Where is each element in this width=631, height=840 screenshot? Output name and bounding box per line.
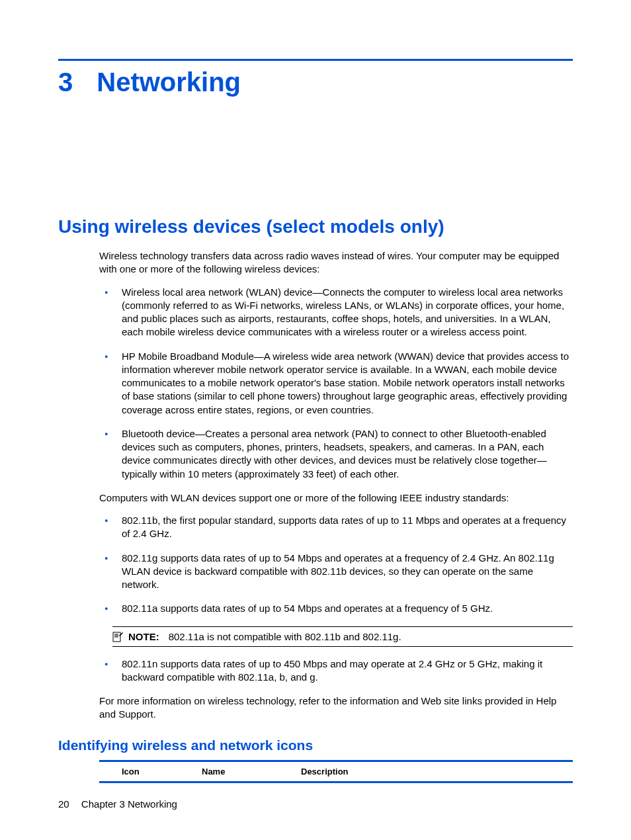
table-header-row: Icon Name Description bbox=[99, 762, 573, 783]
top-rule bbox=[58, 59, 573, 61]
footer-text: Chapter 3 Networking bbox=[81, 798, 177, 810]
chapter-title: Networking bbox=[97, 67, 241, 97]
page-footer: 20 Chapter 3 Networking bbox=[58, 798, 177, 810]
list-item: 802.11a supports data rates of up to 54 … bbox=[99, 602, 573, 615]
note-icon bbox=[112, 632, 123, 642]
note-box: NOTE: 802.11a is not compatible with 802… bbox=[112, 626, 573, 647]
list-item: Bluetooth device—Creates a personal area… bbox=[99, 427, 573, 481]
list-item: 802.11g supports data rates of up to 54 … bbox=[99, 552, 573, 592]
intro-paragraph: Wireless technology transfers data acros… bbox=[99, 249, 573, 276]
chapter-header: 3 Networking bbox=[58, 67, 573, 97]
standards-list-a: 802.11b, the first popular standard, sup… bbox=[99, 514, 573, 616]
icons-table: Icon Name Description bbox=[99, 760, 573, 783]
list-item: HP Mobile Broadband Module—A wireless wi… bbox=[99, 350, 573, 417]
chapter-number: 3 bbox=[58, 67, 73, 97]
table-header-description: Description bbox=[301, 767, 573, 777]
standards-paragraph: Computers with WLAN devices support one … bbox=[99, 491, 573, 505]
device-list: Wireless local area network (WLAN) devic… bbox=[99, 286, 573, 481]
standards-list-b: 802.11n supports data rates of up to 450… bbox=[99, 657, 573, 685]
list-item: 802.11b, the first popular standard, sup… bbox=[99, 514, 573, 541]
page-number: 20 bbox=[58, 798, 69, 810]
section-heading-icons: Identifying wireless and network icons bbox=[58, 737, 573, 753]
section-heading-wireless-devices: Using wireless devices (select models on… bbox=[58, 216, 573, 237]
table-header-icon: Icon bbox=[99, 767, 202, 777]
note-label: NOTE: bbox=[128, 631, 159, 642]
list-item: Wireless local area network (WLAN) devic… bbox=[99, 286, 573, 339]
more-info-paragraph: For more information on wireless technol… bbox=[99, 694, 573, 722]
note-text: 802.11a is not compatible with 802.11b a… bbox=[169, 631, 401, 642]
list-item: 802.11n supports data rates of up to 450… bbox=[99, 657, 573, 685]
table-header-name: Name bbox=[202, 767, 301, 777]
